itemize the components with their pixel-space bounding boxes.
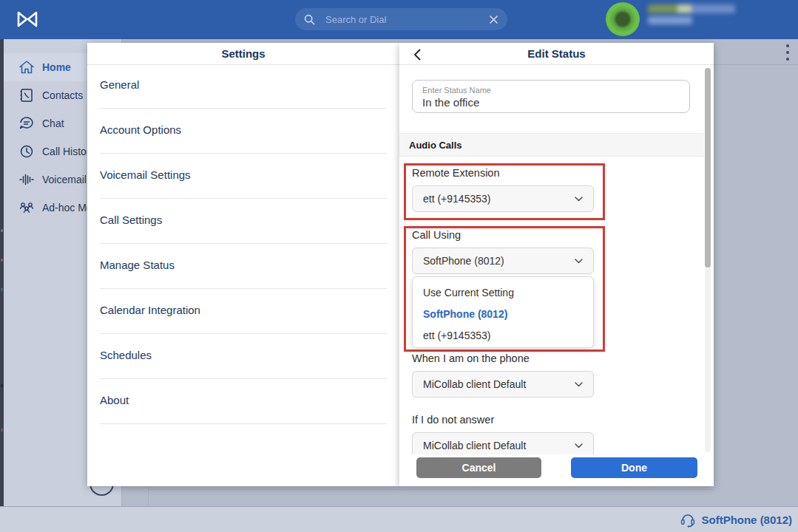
search-icon	[304, 14, 315, 25]
settings-item-voicemail-settings[interactable]: Voicemail Settings	[87, 154, 399, 199]
chevron-down-icon	[575, 259, 583, 264]
done-button[interactable]: Done	[571, 457, 697, 478]
contacts-icon	[18, 88, 35, 103]
call-using-dropdown-list: Use Current Setting SoftPhone (8012) ett…	[412, 276, 594, 348]
settings-panel: Settings General Account Options Voicema…	[87, 43, 399, 486]
user-title-redacted	[648, 16, 692, 24]
settings-header: Settings	[87, 43, 399, 65]
remote-extension-label: Remote Extension	[412, 167, 499, 179]
settings-item-manage-status[interactable]: Manage Status	[87, 244, 399, 289]
status-name-label: Enter Status Name	[422, 86, 680, 95]
chevron-down-icon	[575, 443, 583, 449]
chevron-down-icon	[575, 382, 583, 387]
softphone-status-label: SoftPhone (8012)	[701, 514, 792, 526]
chevron-down-icon	[575, 197, 583, 202]
sidebar-item-label: Voicemail	[42, 174, 87, 185]
settings-title: Settings	[221, 47, 265, 60]
call-using-label: Call Using	[412, 229, 461, 241]
sidebar-item-label: Home	[42, 61, 71, 73]
settings-item-account-options[interactable]: Account Options	[87, 109, 399, 154]
dropdown-option-softphone[interactable]: SoftPhone (8012)	[413, 303, 593, 324]
top-bar	[0, 0, 798, 39]
no-answer-label: If I do not answer	[412, 414, 494, 426]
dropdown-option-use-current-setting[interactable]: Use Current Setting	[413, 282, 593, 303]
dropdown-option-ett[interactable]: ett (+9145353)	[413, 324, 593, 346]
chevron-left-icon	[413, 49, 421, 61]
status-name-value: In the office	[422, 96, 680, 109]
edit-status-panel: Edit Status Enter Status Name In the off…	[399, 43, 714, 486]
status-name-field[interactable]: Enter Status Name In the office	[412, 80, 690, 113]
settings-item-about[interactable]: About	[87, 379, 399, 424]
on-phone-label: When I am on the phone	[412, 352, 530, 364]
more-options-icon[interactable]	[783, 44, 792, 61]
remote-extension-select[interactable]: ett (+9145353)	[412, 185, 594, 212]
micollab-logo-icon	[16, 10, 38, 29]
softphone-status[interactable]: SoftPhone (8012)	[680, 512, 792, 528]
chat-icon	[18, 116, 35, 131]
adhoc-meeting-icon	[18, 200, 35, 215]
user-name-redacted	[648, 4, 735, 13]
settings-item-call-settings[interactable]: Call Settings	[87, 199, 399, 244]
background-divider	[148, 489, 714, 490]
scrollbar-thumb[interactable]	[705, 68, 711, 267]
clear-search-icon[interactable]	[489, 15, 498, 24]
call-history-icon	[18, 144, 35, 159]
sidebar-item-label: Ad-hoc Me	[42, 202, 92, 214]
sidebar-item-label: Chat	[42, 117, 64, 129]
settings-item-calendar-integration[interactable]: Calendar Integration	[87, 289, 399, 334]
on-phone-select[interactable]: MiCollab client Default	[412, 371, 594, 398]
edit-status-footer: Cancel Done	[399, 454, 714, 486]
edit-status-title: Edit Status	[527, 47, 585, 60]
voicemail-icon	[18, 172, 35, 187]
search-bar[interactable]	[295, 8, 507, 30]
edit-status-header: Edit Status	[399, 43, 714, 65]
call-using-select[interactable]: SoftPhone (8012)	[412, 248, 594, 274]
sidebar-item-label: Contacts	[42, 89, 83, 101]
status-bar: SoftPhone (8012)	[0, 506, 798, 532]
settings-item-schedules[interactable]: Schedules	[87, 334, 399, 379]
headset-icon	[680, 512, 696, 528]
back-button[interactable]	[408, 46, 426, 64]
cancel-button[interactable]: Cancel	[416, 457, 541, 478]
search-input[interactable]	[325, 14, 489, 25]
section-header-audio-calls: Audio Calls	[399, 133, 704, 157]
home-icon	[18, 60, 35, 75]
settings-item-general[interactable]: General	[87, 64, 399, 109]
user-avatar[interactable]	[606, 2, 640, 36]
